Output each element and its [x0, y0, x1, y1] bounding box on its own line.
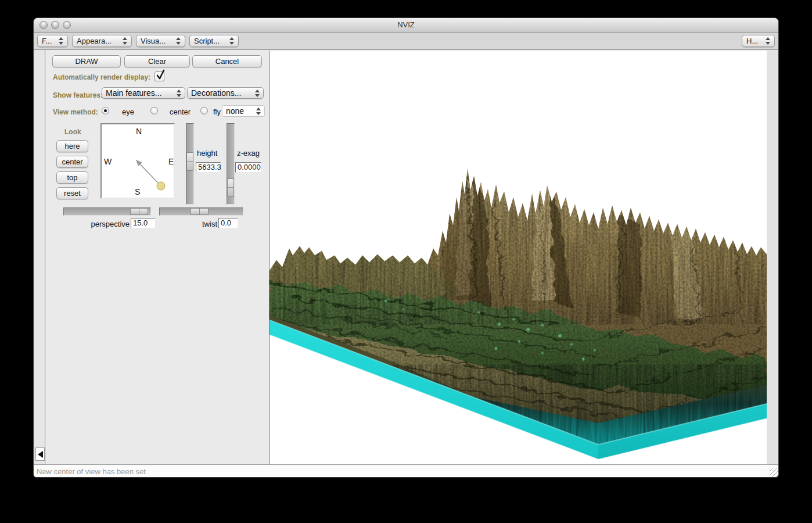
twist-slider[interactable]	[159, 207, 243, 216]
height-slider-label: height	[197, 149, 217, 157]
look-here-button[interactable]: here	[56, 140, 88, 152]
perspective-slider[interactable]	[63, 207, 151, 216]
menu-visualize[interactable]: Visua...	[136, 35, 185, 47]
menu-appearance[interactable]: Appeara...	[72, 35, 132, 47]
look-top-button[interactable]: top	[56, 171, 88, 184]
title-bar[interactable]: NVIZ	[34, 18, 778, 33]
z-exag-value-field[interactable]: 0.0000	[235, 162, 261, 173]
status-message: New center of view has been set	[37, 467, 146, 476]
compass-south-label: S	[135, 187, 140, 196]
view-position-compass[interactable]: N W E S	[100, 123, 175, 199]
clear-button[interactable]: Clear	[124, 55, 190, 67]
main-features-dropdown[interactable]: Main features...	[102, 87, 185, 99]
perspective-value-field[interactable]: 15.0	[131, 218, 156, 228]
view-method-fly-radio[interactable]	[200, 107, 208, 114]
eye-position-handle	[157, 182, 165, 190]
menu-help[interactable]: H...	[742, 35, 775, 47]
show-features-label: Show features:	[53, 91, 103, 99]
render-canvas[interactable]	[269, 51, 767, 464]
stepper-icon	[765, 37, 770, 45]
height-slider-handle[interactable]	[186, 152, 193, 171]
twist-slider-label: twist	[191, 220, 217, 228]
auto-render-label: Automatically render display:	[53, 73, 150, 81]
height-value-field[interactable]: 5633.3	[196, 162, 221, 173]
fly-mode-dropdown[interactable]: none	[222, 105, 265, 117]
look-center-button[interactable]: center	[56, 156, 88, 168]
compass-east-label: E	[168, 157, 174, 166]
menu-scripting[interactable]: Script...	[189, 35, 239, 47]
panel-collapse-strip	[35, 50, 45, 464]
status-bar: New center of view has been set	[34, 464, 779, 478]
perspective-slider-handle[interactable]	[130, 208, 148, 215]
z-exag-slider[interactable]	[227, 123, 235, 205]
perspective-slider-label: perspective	[83, 220, 130, 228]
stepper-icon	[58, 37, 63, 45]
stepper-icon	[254, 89, 260, 97]
center-radio-label: center	[170, 108, 191, 116]
compass-west-label: W	[104, 157, 112, 166]
z-exag-slider-handle[interactable]	[227, 178, 234, 197]
view-method-eye-radio[interactable]	[102, 107, 109, 114]
eye-radio-label: eye	[122, 108, 134, 116]
draw-button[interactable]: DRAW	[52, 55, 121, 67]
stepper-icon	[175, 37, 181, 45]
stepper-icon	[256, 108, 261, 115]
look-reset-button[interactable]: reset	[56, 187, 88, 199]
view-method-label: View method:	[53, 108, 98, 116]
stepper-icon	[229, 37, 234, 45]
height-slider[interactable]	[186, 123, 194, 205]
menu-bar: F... Appeara... Visua... Script... H...	[34, 33, 778, 49]
z-exag-slider-label: z-exag	[237, 149, 260, 157]
checkmark-icon	[156, 70, 166, 81]
cancel-button[interactable]: Cancel	[192, 55, 262, 67]
collapse-panel-button[interactable]	[35, 447, 45, 461]
control-panel: DRAW Clear Cancel Automatically render d…	[46, 50, 269, 464]
terrain-3d-render	[270, 51, 767, 464]
view-method-center-radio[interactable]	[150, 107, 158, 114]
stepper-icon	[122, 37, 127, 45]
arrow-left-icon	[38, 451, 43, 458]
decorations-dropdown[interactable]: Decorations...	[187, 87, 264, 99]
nviz-window: NVIZ F... Appeara... Visua... Script... …	[33, 17, 779, 478]
fly-radio-label: fly	[213, 108, 221, 116]
stepper-icon	[176, 89, 181, 97]
twist-slider-handle[interactable]	[191, 208, 209, 215]
auto-render-checkbox[interactable]	[155, 71, 164, 81]
window-title: NVIZ	[34, 20, 778, 29]
screen-background: NVIZ F... Appeara... Visua... Script... …	[0, 0, 812, 523]
main-content: DRAW Clear Cancel Automatically render d…	[34, 49, 779, 464]
compass-north-label: N	[136, 127, 142, 136]
look-section-label: Look	[64, 128, 81, 136]
twist-value-field[interactable]: 0.0	[218, 218, 238, 228]
menu-file[interactable]: F...	[37, 35, 68, 47]
resize-grip-icon[interactable]	[770, 468, 778, 477]
